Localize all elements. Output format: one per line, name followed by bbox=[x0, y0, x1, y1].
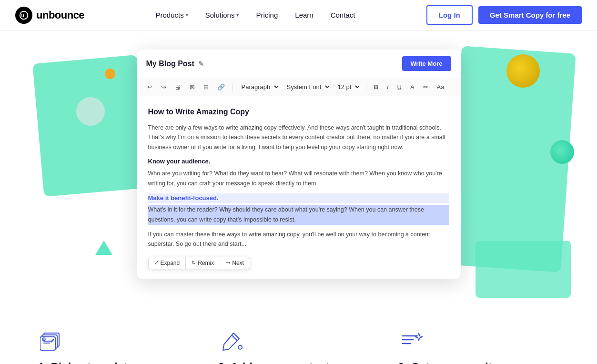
paragraph-select[interactable]: Paragraph bbox=[238, 82, 280, 92]
editor-title: My Blog Post ✎ bbox=[146, 60, 204, 68]
edit-icon[interactable]: ✎ bbox=[198, 60, 204, 68]
editor-para-3: What's in it for the reader? Why should … bbox=[148, 205, 449, 224]
redo-button[interactable]: ↪ bbox=[158, 82, 169, 92]
editor-subhead-1: Know your audience. bbox=[148, 157, 449, 167]
logo-icon: u bbox=[15, 7, 32, 24]
editor-header: My Blog Post ✎ Write More bbox=[137, 50, 461, 78]
editor-subhead-2: Make it benefit-focused. bbox=[148, 193, 449, 203]
text-size-button[interactable]: Aa bbox=[434, 82, 447, 92]
bold-button[interactable]: B bbox=[371, 82, 381, 92]
logo-text: unbounce bbox=[36, 9, 84, 21]
step-1-title: 1. Pick a template bbox=[38, 361, 199, 364]
format-paint-button[interactable]: ⊟ bbox=[201, 82, 212, 92]
nav-pricing[interactable]: Pricing bbox=[249, 7, 284, 23]
navbar: u unbounce Products ▾ Solutions ▾ Pricin… bbox=[0, 0, 597, 30]
link-button[interactable]: 🔗 bbox=[214, 82, 228, 92]
next-icon: ⇝ bbox=[226, 260, 230, 266]
svg-text:u: u bbox=[21, 12, 24, 18]
cta-button[interactable]: Get Smart Copy for free bbox=[478, 6, 582, 24]
editor-card: My Blog Post ✎ Write More ↩ ↪ 🖨 ⊠ ⊟ 🔗 Pa… bbox=[137, 50, 461, 279]
chevron-down-icon: ▾ bbox=[236, 12, 239, 18]
format-clear-button[interactable]: ⊠ bbox=[187, 82, 198, 92]
steps-section: 1. Pick a template Choose from dozens of… bbox=[0, 298, 597, 364]
deco-circle-yellow bbox=[506, 54, 540, 88]
floating-toolbar: ⤢ Expand ↻ Remix ⇝ Next bbox=[148, 257, 250, 269]
font-select[interactable]: System Font bbox=[283, 82, 331, 92]
nav-learn[interactable]: Learn bbox=[288, 7, 320, 23]
nav-contact[interactable]: Contact bbox=[324, 7, 362, 23]
step-1: 1. Pick a template Choose from dozens of… bbox=[38, 326, 199, 364]
hero-section: My Blog Post ✎ Write More ↩ ↪ 🖨 ⊠ ⊟ 🔗 Pa… bbox=[0, 30, 597, 298]
write-more-button[interactable]: Write More bbox=[402, 56, 451, 71]
nav-solutions[interactable]: Solutions ▾ bbox=[199, 7, 246, 23]
underline-button[interactable]: U bbox=[395, 82, 405, 92]
editor-para-2: Who are you writing for? What do they wa… bbox=[148, 169, 449, 188]
deco-circle-green bbox=[550, 140, 574, 164]
nav-links: Products ▾ Solutions ▾ Pricing Learn Con… bbox=[149, 7, 362, 23]
toolbar-separator bbox=[233, 83, 233, 91]
chevron-down-icon: ▾ bbox=[186, 12, 188, 18]
editor-body[interactable]: How to Write Amazing Copy There are only… bbox=[137, 96, 461, 279]
step-3-icon bbox=[398, 326, 426, 355]
deco-dot-orange bbox=[105, 69, 115, 79]
print-button[interactable]: 🖨 bbox=[172, 82, 184, 92]
step-3: 3. Get your results Instantly get multip… bbox=[398, 326, 559, 364]
nav-products[interactable]: Products ▾ bbox=[149, 7, 195, 23]
italic-button[interactable]: I bbox=[384, 82, 392, 92]
nav-actions: Log In Get Smart Copy for free bbox=[426, 5, 582, 25]
remix-button[interactable]: ↻ Remix bbox=[186, 257, 220, 269]
login-button[interactable]: Log In bbox=[426, 5, 473, 25]
editor-para-1: There are only a few ways to write amazi… bbox=[148, 123, 449, 152]
deco-triangle bbox=[95, 241, 112, 255]
toolbar-separator-2 bbox=[366, 83, 366, 91]
deco-green-corner bbox=[476, 241, 571, 298]
step-2-title: 2. Add some context bbox=[218, 361, 379, 364]
step-1-icon bbox=[38, 326, 67, 355]
highlight-button[interactable]: ✏ bbox=[420, 82, 431, 92]
svg-point-6 bbox=[238, 345, 242, 349]
undo-button[interactable]: ↩ bbox=[144, 82, 155, 92]
logo[interactable]: u unbounce bbox=[15, 7, 84, 24]
editor-toolbar: ↩ ↪ 🖨 ⊠ ⊟ 🔗 Paragraph System Font 12 pt … bbox=[137, 78, 461, 96]
deco-green-left bbox=[32, 55, 149, 197]
step-2-icon bbox=[218, 326, 247, 355]
expand-button[interactable]: ⤢ Expand bbox=[149, 257, 186, 269]
font-color-button[interactable]: A bbox=[407, 82, 417, 92]
remix-icon: ↻ bbox=[192, 260, 196, 266]
next-button[interactable]: ⇝ Next bbox=[220, 257, 250, 269]
step-2: 2. Add some context Tell us what you're … bbox=[218, 326, 379, 364]
fontsize-select[interactable]: 12 pt bbox=[334, 82, 361, 92]
step-3-title: 3. Get your results bbox=[398, 361, 559, 364]
editor-heading: How to Write Amazing Copy bbox=[148, 106, 449, 118]
expand-icon: ⤢ bbox=[154, 260, 159, 266]
deco-circle-gray bbox=[76, 97, 105, 126]
editor-para-4: If you can master these three ways to wr… bbox=[148, 230, 449, 249]
